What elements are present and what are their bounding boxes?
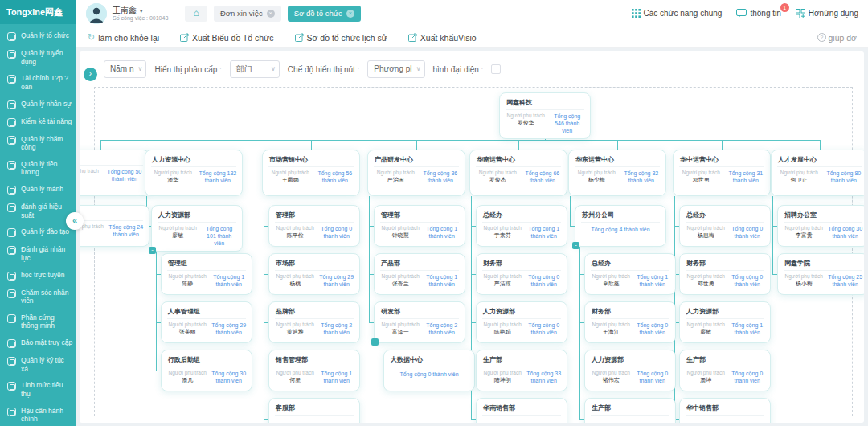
org-node[interactable]: 品牌部Người phụ trách黄迪雅Tổng cộng 2 thành v… xyxy=(268,301,360,343)
org-node[interactable]: 财务部Người phụ trách邓世勇Tổng cộng 0 thành v… xyxy=(679,253,771,295)
org-node[interactable]: 研发部Người phụ trách富泽一Tổng cộng 2 thành v… xyxy=(374,301,465,343)
org-node-members[interactable]: Tổng cộng 66 thành viên xyxy=(523,170,562,184)
org-node[interactable]: 大数据中心Tổng cộng 0 thành viên xyxy=(383,350,475,391)
org-node[interactable]: 人力资源中心Người phụ trách潘华Tổng cộng 132 thà… xyxy=(145,150,243,196)
org-node[interactable]: 华中销售部 xyxy=(679,398,771,423)
org-node[interactable]: 财务部Người phụ trách严洁琼Tổng cộng 0 thành v… xyxy=(476,253,567,295)
sidebar-item-hardware[interactable]: Phần cứng thông minh xyxy=(0,309,76,334)
user-info[interactable]: 王南鑫 ▼ Số công việc : 001043 xyxy=(113,6,172,22)
sidebar-item-security[interactable]: Bảo mật truy cập xyxy=(0,334,76,352)
org-node[interactable]: 人力资源部Người phụ trách廖敏Tổng cộng 1 thành … xyxy=(679,301,771,343)
sidebar-item-admin[interactable]: Hậu cần hành chính xyxy=(0,403,76,426)
chevron-down-icon[interactable]: ▼ xyxy=(139,9,144,14)
org-node[interactable]: 财务部Người phụ trách王海江Tổng cộng 0 thành v… xyxy=(584,301,676,343)
org-node-members[interactable]: Tổng cộng 29 thành viên xyxy=(318,273,354,288)
org-node[interactable]: 人力资源部Người phụ trách陈艳娟Tổng cộng 0 thành… xyxy=(476,301,567,343)
org-node-members[interactable]: Tổng cộng 0 thành viên xyxy=(634,370,670,384)
org-node-members[interactable]: Tổng cộng 0 thành viên xyxy=(729,370,765,384)
org-node[interactable]: Người phụ tráchTổng cộng 50 thành viên xyxy=(80,150,149,196)
sidebar-collapse-button[interactable]: « xyxy=(66,212,84,230)
home-tab[interactable]: ⌂ xyxy=(185,6,207,22)
tab-org-chart[interactable]: Sơ đồ tổ chức × xyxy=(288,6,361,22)
org-node[interactable]: 行政后勤组Người phụ trách潘凡Tổng cộng 30 thành… xyxy=(161,350,252,391)
org-node-members[interactable]: Tổng cộng 29 thành viên xyxy=(211,322,247,336)
org-node-members[interactable]: Tổng cộng 1 thành viên xyxy=(424,273,460,288)
collapse-node-button[interactable]: - xyxy=(371,338,379,346)
org-node[interactable]: 管理组Người phụ trách陈静Tổng cộng 1 thành vi… xyxy=(161,253,252,295)
year-select[interactable]: Năm n∨ xyxy=(104,60,146,78)
sidebar-item-talent[interactable]: Kiểm kê tài năng xyxy=(0,113,76,131)
org-node[interactable]: 生产部Người phụ trách潘坤Tổng cộng 0 thành vi… xyxy=(679,350,771,391)
org-node-members[interactable]: Tổng cộng 1 thành viên xyxy=(634,273,670,288)
org-node-members[interactable]: Tổng cộng 2 thành viên xyxy=(318,322,354,336)
tab-application-form[interactable]: Đơn xin việc × xyxy=(214,6,281,22)
org-node[interactable]: 华东运营中心Người phụ trách杨少梅Tổng cộng 32 thà… xyxy=(568,150,666,196)
sidebar-item-consumption[interactable]: Tính mức tiêu thụ xyxy=(0,377,76,402)
org-node[interactable]: Người phụ tráchTổng cộng 24 thành viên xyxy=(80,205,149,247)
sidebar-item-training[interactable]: Quản lý đào tạo xyxy=(0,223,76,241)
org-node-members[interactable]: Tổng cộng 1 thành viên xyxy=(211,273,247,288)
org-node[interactable]: 管理部Người phụ trách陈平俭Tổng cộng 0 thành v… xyxy=(268,205,360,247)
avatar[interactable] xyxy=(86,3,107,24)
org-node[interactable]: 客服部 xyxy=(268,398,360,423)
org-node-members[interactable]: Tổng cộng 31 thành viên xyxy=(727,170,765,184)
org-node-members[interactable]: Tổng cộng 50 thành viên xyxy=(105,168,144,182)
org-node[interactable]: 苏州分公司Tổng cộng 4 thành viên- xyxy=(575,205,666,247)
collapse-node-button[interactable]: - xyxy=(149,247,156,254)
sidebar-item-dormitory[interactable]: Quản lý ký túc xá xyxy=(0,352,76,377)
org-node[interactable]: 华南运营中心Người phụ trách罗俊杰Tổng cộng 66 thà… xyxy=(469,150,567,196)
sidebar-item-elearning[interactable]: học trực tuyến xyxy=(0,267,76,285)
org-node-members[interactable]: Tổng cộng 56 thành viên xyxy=(316,170,354,184)
org-node-members[interactable]: Tổng cộng 36 thành viên xyxy=(421,170,460,184)
node-mode-select[interactable]: Phương pl∨ xyxy=(367,60,424,78)
panel-expand-button[interactable]: › xyxy=(84,68,97,81)
org-node-members[interactable]: Tổng cộng 546 thành viên xyxy=(549,113,585,134)
sidebar-item-process[interactable]: Quản lý mành xyxy=(0,181,76,199)
org-node[interactable]: 总经办Người phụ trách杨思梅Tổng cộng 0 thành v… xyxy=(679,205,771,247)
common-functions-button[interactable]: Các chức năng chung xyxy=(632,9,723,18)
org-node-members[interactable]: Tổng cộng 1 thành viên xyxy=(526,225,562,240)
close-icon[interactable]: × xyxy=(346,10,354,18)
org-node[interactable]: 产品部Người phụ trách张香兰Tổng cộng 1 thành v… xyxy=(374,253,465,295)
sidebar-item-assessment[interactable]: Đánh giá nhân lực xyxy=(0,241,76,266)
close-icon[interactable]: × xyxy=(267,10,275,18)
org-node[interactable]: 人力资源部Người phụ trách廖敏Tổng cộng 101 thàn… xyxy=(151,205,243,252)
collapse-node-button[interactable]: - xyxy=(572,242,579,249)
org-node-members[interactable]: Tổng cộng 24 thành viên xyxy=(108,223,144,238)
history-chart-button[interactable]: Sơ đồ tổ chức lịch sử xyxy=(295,33,387,43)
org-node[interactable]: 销售管理部Người phụ trách何星Tổng cộng 1 thành … xyxy=(268,350,360,391)
sidebar-item-org[interactable]: Quản lý tổ chức xyxy=(0,27,76,45)
org-node[interactable]: 生产部 xyxy=(584,398,676,423)
org-node-members[interactable]: Tổng cộng 0 thành viên xyxy=(634,322,670,336)
org-node-members[interactable]: Tổng cộng 0 thành viên xyxy=(526,322,562,336)
org-node-members[interactable]: Tổng cộng 4 thành viên xyxy=(575,223,665,238)
export-visio-button[interactable]: Xuất khẩuVisio xyxy=(408,33,477,43)
org-node[interactable]: 人力资源部Người phụ trách褚伟宏Tổng cộng 0 thành… xyxy=(584,350,676,391)
org-node[interactable]: 产品研发中心Người phụ trách严治国Tổng cộng 36 thà… xyxy=(367,150,465,196)
org-node-members[interactable]: Tổng cộng 33 thành viên xyxy=(526,370,562,384)
org-node[interactable]: 生产部Người phụ trách陆坤明Tổng cộng 33 thành … xyxy=(476,350,567,391)
sidebar-item-payroll[interactable]: Quản lý tiền lương xyxy=(0,156,76,181)
org-node-members[interactable]: Tổng cộng 25 thành viên xyxy=(827,273,863,288)
refresh-button[interactable]: ↻ làm cho khỏe lại xyxy=(88,32,159,43)
org-node[interactable]: 总经办Người phụ trách卓欣鑫Tổng cộng 1 thành v… xyxy=(584,253,676,295)
org-node-members[interactable]: Tổng cộng 32 thành viên xyxy=(622,170,661,184)
org-node-members[interactable]: Tổng cộng 1 thành viên xyxy=(729,322,765,336)
org-node-members[interactable]: Tổng cộng 30 thành viên xyxy=(211,370,247,384)
sidebar-item-attendance[interactable]: Quản lý chăm công xyxy=(0,131,76,156)
org-node[interactable]: 管理部Người phụ trách钟晓慧Tổng cộng 1 thành v… xyxy=(374,205,465,247)
sidebar-item-care[interactable]: Chăm sóc nhân viên xyxy=(0,285,76,309)
org-node[interactable]: 华中运营中心Người phụ trách邓世勇Tổng cộng 31 thà… xyxy=(673,150,771,196)
org-node[interactable]: 人才发展中心Người phụ trách何卫正Tổng cộng 80 thà… xyxy=(771,150,864,196)
org-node-members[interactable]: Tổng cộng 0 thành viên xyxy=(526,273,562,288)
sidebar-item-finance[interactable]: Tài chính T?p ?oàn xyxy=(0,70,76,95)
org-node[interactable]: 市场部Người phụ trách杨桃Tổng cộng 29 thành v… xyxy=(268,253,360,295)
help-button[interactable]: ? giúp đỡ xyxy=(817,33,858,43)
hierarchy-select[interactable]: 部门∨ xyxy=(230,60,280,78)
org-node-members[interactable]: Tổng cộng 1 thành viên xyxy=(424,225,460,240)
org-node-members[interactable]: Tổng cộng 0 thành viên xyxy=(729,273,765,288)
more-apps-button[interactable]: Hơnừng dụng xyxy=(796,9,858,18)
org-node[interactable]: 总经办Người phụ trách于素芬Tổng cộng 1 thành v… xyxy=(476,205,567,247)
org-node-members[interactable]: Tổng cộng 0 thành viên xyxy=(318,225,354,240)
org-node[interactable]: 市场营销中心Người phụ trách王麟娜Tổng cộng 56 thà… xyxy=(262,150,360,196)
